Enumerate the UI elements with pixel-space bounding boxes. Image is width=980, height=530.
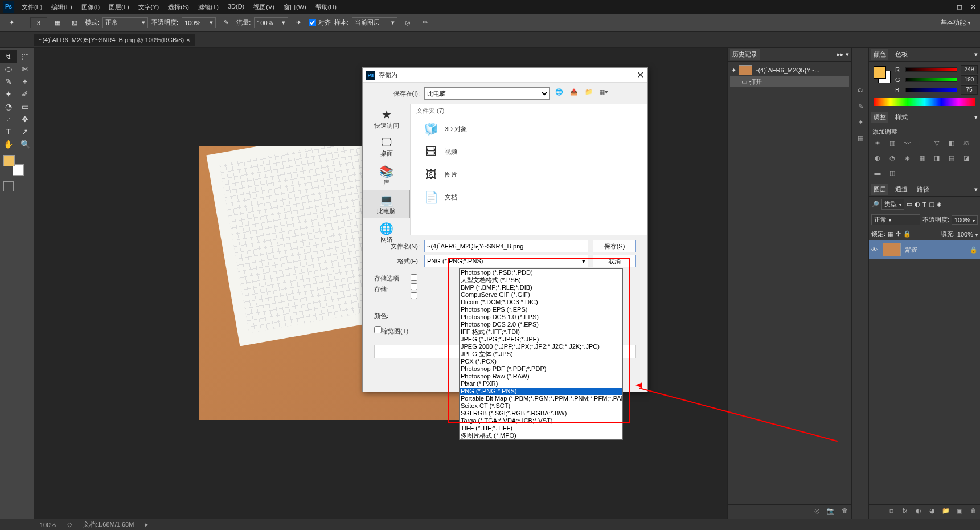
menu-item[interactable]: 滤镜(T) [194,3,223,11]
styles-tab[interactable]: 样式 [893,112,910,123]
folder-item[interactable]: 📄文档 [411,186,647,209]
format-option[interactable]: PCX (*.PCX) [460,358,622,365]
r-value[interactable]: 249 [961,65,978,74]
tool-0[interactable]: ↯ [0,50,17,63]
invert-icon[interactable]: ◨ [932,154,942,165]
swatches-tab[interactable]: 色板 [893,49,910,60]
tool-10[interactable]: ⟋ [0,113,17,125]
b-value[interactable]: 75 [961,85,978,95]
format-option[interactable]: JPEG (*.JPG;*.JPEG;*.JPE) [460,336,622,343]
lock-pixels-icon[interactable]: ▦ [888,230,893,238]
quickmask-icon[interactable] [3,181,14,191]
selective-icon[interactable]: ◫ [887,169,897,180]
adj-layer-icon[interactable]: ◕ [928,507,937,516]
window-close-icon[interactable]: ✕ [966,2,980,12]
format-option[interactable]: Pixar (*.PXR) [460,380,622,388]
flow-input[interactable]: 100%▾ [254,17,288,28]
zoom-level[interactable]: 100% [40,521,56,528]
format-option[interactable]: 大型文档格式 (*.PSB) [460,276,622,284]
b-slider[interactable] [905,88,957,92]
folder-item[interactable]: 🎞视频 [411,140,647,163]
posterize-icon[interactable]: ▤ [946,154,957,165]
layers-tab[interactable]: 图层 [871,184,888,195]
filter-kind-select[interactable]: 类型 [881,199,904,210]
tool-6[interactable]: ✦ [0,88,17,100]
format-option[interactable]: BMP (*.BMP;*.RLE;*.DIB) [460,284,622,291]
menu-item[interactable]: 3D(D) [223,3,249,11]
brushes-icon[interactable]: ✎ [852,98,869,114]
new-folder-icon[interactable]: 📁 [584,88,594,99]
tab-close-icon[interactable]: × [186,36,190,43]
bw-icon[interactable]: ◐ [872,154,883,165]
filter-adj-icon[interactable]: ◐ [915,201,920,208]
tool-4[interactable]: ✎ [0,75,17,88]
history-tab[interactable]: 历史记录 [730,49,760,60]
foreground-color-swatch[interactable] [3,155,15,166]
curves-icon[interactable]: 〰 [902,140,912,150]
filter-pixel-icon[interactable]: ▭ [907,201,912,208]
format-option[interactable]: TIFF (*.TIF;*.TIFF) [460,425,622,432]
format-option[interactable]: CompuServe GIF (*.GIF) [460,291,622,299]
window-minimize-icon[interactable]: — [939,2,953,12]
folder-item[interactable]: 🖼图片 [411,163,647,186]
tool-15[interactable]: 🔍 [17,138,34,150]
paths-tab[interactable]: 路径 [915,184,932,195]
r-slider[interactable] [905,67,957,72]
history-state[interactable]: ▭ 打开 [730,76,849,87]
layer-opacity-input[interactable]: 100% [952,215,978,225]
opt-check-1[interactable] [411,274,417,281]
tool-13[interactable]: ↗ [17,125,34,138]
opt-check-2[interactable] [411,283,417,290]
menu-item[interactable]: 图层(L) [104,3,133,11]
format-option[interactable]: Photoshop PDF (*.PDF;*.PDP) [460,365,622,373]
layer-row[interactable]: 👁 背景 🔒 [869,240,980,259]
format-select[interactable]: PNG (*.PNG;*.PNS)▾ [424,255,588,267]
tool-14[interactable]: ✋ [0,138,17,150]
g-slider[interactable] [905,78,957,82]
format-option[interactable]: Targa (*.TGA;*.VDA;*.ICB;*.VST) [460,417,622,425]
menu-item[interactable]: 文件(F) [17,3,47,11]
filter-smart-icon[interactable]: ◈ [937,201,941,208]
tool-3[interactable]: ✄ [17,63,34,75]
filter-shape-icon[interactable]: ▢ [929,201,934,208]
visibility-icon[interactable]: 👁 [871,246,879,253]
folder-item[interactable]: 🧊3D 对象 [411,117,647,140]
back-icon[interactable]: 🌐 [554,88,564,99]
format-option[interactable]: Photoshop DCS 2.0 (*.EPS) [460,321,622,328]
pressure-size-icon[interactable]: ✏ [418,16,432,30]
tool-11[interactable]: ✥ [17,113,34,125]
places-item[interactable]: ★快速访问 [363,104,410,133]
tool-7[interactable]: ✐ [17,88,34,100]
pressure-opacity-icon[interactable]: ✎ [219,16,233,30]
fill-input[interactable]: 100% [957,231,978,238]
new-layer-icon[interactable]: ▣ [955,507,964,516]
lock-all-icon[interactable]: 🔒 [903,230,911,238]
align-checkbox[interactable]: 对齐 [309,18,331,27]
thumbnail-check[interactable]: 缩览图(T) [374,326,408,336]
tool-12[interactable]: T [0,125,17,138]
brush-size-input[interactable]: 3 [30,17,47,28]
tool-8[interactable]: ◔ [0,100,17,113]
format-option[interactable]: JPEG 立体 (*.JPS) [460,350,622,358]
blend-mode-select[interactable]: 正常▾ [102,17,148,28]
workspace-select[interactable]: 基本功能 [936,17,975,28]
format-option[interactable]: Portable Bit Map (*.PBM;*.PGM;*.PPM;*.PN… [460,395,622,402]
menu-item[interactable]: 图像(I) [77,3,104,11]
menu-item[interactable]: 窗口(W) [279,3,311,11]
filename-input[interactable] [424,240,588,252]
panel-menu-icon[interactable]: ▸▸ ▾ [837,51,849,58]
cancel-button[interactable]: 取消 [593,255,636,267]
up-icon[interactable]: 📤 [569,88,579,99]
opacity-input[interactable]: 100%▾ [182,17,216,28]
format-option[interactable]: IFF 格式 (*.IFF;*.TDI) [460,328,622,336]
link-icon[interactable]: ⧉ [887,507,896,516]
color-tab[interactable]: 颜色 [871,49,888,60]
minibridge-icon[interactable]: 🗂 [852,82,869,98]
photo-filter-icon[interactable]: ◔ [887,154,897,165]
filter-text-icon[interactable]: T [922,201,926,208]
exposure-icon[interactable]: ☐ [917,140,927,150]
tool-9[interactable]: ▭ [17,100,34,113]
format-option[interactable]: JPEG 2000 (*.JPF;*.JPX;*.JP2;*.J2C;*.J2K… [460,343,622,350]
window-maximize-icon[interactable]: ◻ [953,2,966,12]
places-item[interactable]: 💻此电脑 [363,190,410,218]
